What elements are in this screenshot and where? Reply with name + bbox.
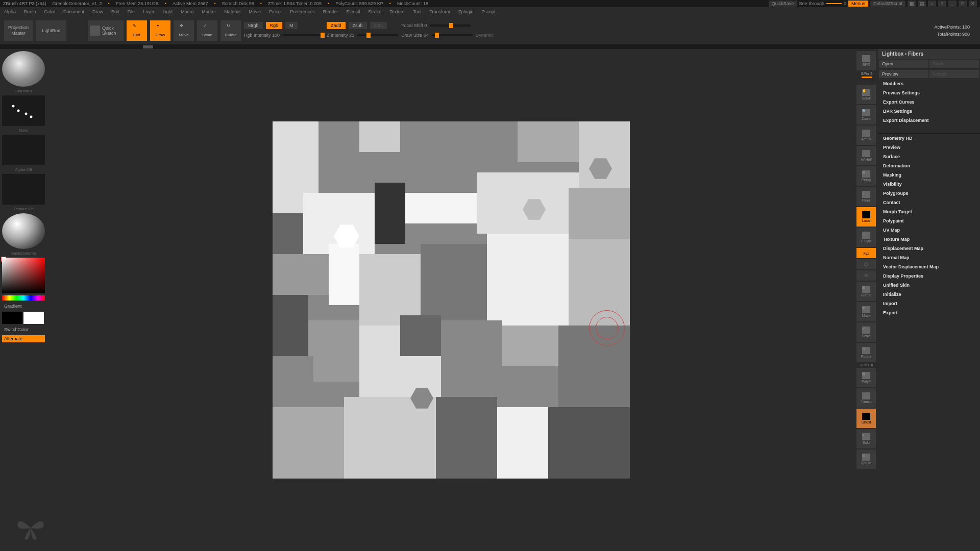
menu-alpha[interactable]: Alpha bbox=[2, 8, 18, 15]
projection-master-button[interactable]: Projection Master bbox=[4, 20, 33, 41]
menu-zplugin[interactable]: Zplugin bbox=[456, 8, 476, 15]
bpr-settings-section[interactable]: BPR Settings bbox=[878, 107, 980, 116]
menu-texture[interactable]: Texture bbox=[387, 8, 407, 15]
menus-button[interactable]: Menus bbox=[848, 1, 868, 7]
quicksketch-button[interactable]: Quick Sketch bbox=[88, 20, 124, 41]
canvas[interactable] bbox=[47, 49, 855, 551]
menu-layer[interactable]: Layer bbox=[141, 8, 157, 15]
spix-label[interactable]: SPix 3 bbox=[856, 71, 877, 79]
menu-picker[interactable]: Picker bbox=[267, 8, 284, 15]
alternate-button[interactable]: Alternate bbox=[2, 335, 45, 342]
xyz-button[interactable]: Xyz bbox=[856, 248, 876, 258]
scroll-button[interactable]: ✋Scroll bbox=[856, 85, 876, 104]
masking-section[interactable]: Masking bbox=[878, 170, 980, 180]
menu-preferences[interactable]: Preferences bbox=[288, 8, 317, 15]
zadd-button[interactable]: Zadd bbox=[327, 22, 346, 29]
lightbox-button[interactable]: LightBox bbox=[36, 20, 66, 41]
default-script[interactable]: DefaultZScript bbox=[870, 1, 905, 7]
preview-settings-section[interactable]: Preview Settings bbox=[878, 88, 980, 97]
displacement-map-section[interactable]: Displacement Map bbox=[878, 244, 980, 253]
solo-button[interactable]: ●Solo bbox=[856, 429, 876, 448]
zoom-button[interactable]: 🔍Zoom bbox=[856, 105, 876, 124]
floor-button[interactable]: ⊥Floor bbox=[856, 187, 876, 206]
menu-render[interactable]: Render bbox=[321, 8, 340, 15]
menu-file[interactable]: File bbox=[126, 8, 137, 15]
color-swatch-white[interactable] bbox=[23, 312, 44, 324]
shelf-scrollbar[interactable] bbox=[0, 45, 980, 49]
menu-stencil[interactable]: Stencil bbox=[344, 8, 362, 15]
menu-movie[interactable]: Movie bbox=[247, 8, 263, 15]
menu-macro[interactable]: Macro bbox=[179, 8, 195, 15]
deformation-section[interactable]: Deformation bbox=[878, 161, 980, 170]
rotate-mode-button[interactable]: ↻Rotate bbox=[220, 20, 241, 41]
minimize-icon[interactable]: _ bbox=[948, 1, 957, 7]
surface-section[interactable]: Surface bbox=[878, 152, 980, 161]
unified-skin-section[interactable]: Unified Skin bbox=[878, 281, 980, 290]
menu-color[interactable]: Color bbox=[42, 8, 58, 15]
preview-section[interactable]: Preview bbox=[878, 143, 980, 152]
transp-button[interactable]: Transp bbox=[856, 388, 876, 408]
preview-button[interactable]: Preview bbox=[879, 70, 928, 78]
layout-icon[interactable]: ▦ bbox=[908, 1, 916, 7]
gradient-button[interactable]: Gradient bbox=[2, 303, 45, 310]
focal-shift-slider[interactable] bbox=[430, 24, 471, 27]
texture-map-section[interactable]: Texture Map bbox=[878, 235, 980, 244]
help-icon[interactable]: ? bbox=[938, 1, 946, 7]
polygroups-section[interactable]: Polygroups bbox=[878, 189, 980, 198]
panel-header[interactable]: Lightbox › Fibers bbox=[878, 49, 980, 59]
ghost-button[interactable]: Ghost bbox=[856, 409, 876, 428]
zsub-button[interactable]: Zsub bbox=[349, 22, 367, 29]
modifiers-section[interactable]: Modifiers bbox=[878, 79, 980, 88]
zcut-button[interactable]: Zcut bbox=[370, 22, 387, 29]
export-section[interactable]: Export bbox=[878, 308, 980, 317]
alpha-selector[interactable] bbox=[2, 135, 45, 165]
visibility-section[interactable]: Visibility bbox=[878, 180, 980, 189]
menu-document[interactable]: Document bbox=[61, 8, 86, 15]
polypaint-section[interactable]: Polypaint bbox=[878, 216, 980, 226]
rgb-intensity-slider[interactable] bbox=[283, 34, 324, 36]
menu-material[interactable]: Material bbox=[222, 8, 242, 15]
menu-light[interactable]: Light bbox=[161, 8, 175, 15]
home-icon[interactable]: ⌂ bbox=[928, 1, 936, 7]
menu-draw[interactable]: Draw bbox=[90, 8, 105, 15]
rgb-button[interactable]: Rgb bbox=[266, 22, 283, 29]
material-selector[interactable] bbox=[2, 213, 45, 249]
lsym-button[interactable]: ↔L.Sym bbox=[856, 228, 876, 247]
open-button[interactable]: Open bbox=[879, 60, 928, 68]
canvas-move-button[interactable]: ✥Move bbox=[856, 302, 876, 321]
draw-size-slider[interactable] bbox=[432, 34, 473, 36]
normal-map-section[interactable]: Normal Map bbox=[878, 253, 980, 262]
menu-transform[interactable]: Transform bbox=[427, 8, 452, 15]
dynamic-label[interactable]: Dynamic bbox=[476, 33, 494, 38]
display-properties-section[interactable]: Display Properties bbox=[878, 271, 980, 281]
switchcolor-button[interactable]: SwitchColor bbox=[2, 326, 45, 333]
draw-mode-button[interactable]: ✦Draw bbox=[150, 20, 170, 41]
canvas-scale-button[interactable]: ⤢Scale bbox=[856, 322, 876, 342]
local-button[interactable]: ●Local bbox=[856, 207, 876, 227]
seethrough-slider[interactable] bbox=[826, 3, 842, 4]
export-curves-section[interactable]: Export Curves bbox=[878, 97, 980, 107]
menu-edit[interactable]: Edit bbox=[109, 8, 121, 15]
morph-target-section[interactable]: Morph Target bbox=[878, 207, 980, 216]
rotation-button[interactable]: ◯ bbox=[856, 259, 876, 269]
menu-zscript[interactable]: Zscript bbox=[480, 8, 498, 15]
brush-selector[interactable] bbox=[2, 51, 45, 87]
polyf-button[interactable]: ▦PolyF bbox=[856, 368, 876, 387]
z-intensity-slider[interactable] bbox=[357, 34, 398, 36]
menu-marker[interactable]: Marker bbox=[200, 8, 218, 15]
menu-stroke[interactable]: Stroke bbox=[366, 8, 383, 15]
save-button[interactable]: Save bbox=[929, 60, 979, 68]
menu-tool[interactable]: Tool bbox=[411, 8, 424, 15]
initialize-section[interactable]: Initialize bbox=[878, 290, 980, 299]
geometry-hd-section[interactable]: Geometry HD bbox=[878, 134, 980, 143]
scale-mode-button[interactable]: ⤢Scale bbox=[197, 20, 217, 41]
texture-selector[interactable] bbox=[2, 174, 45, 205]
bpr-button[interactable]: BPR bbox=[856, 51, 876, 70]
contact-section[interactable]: Contact bbox=[878, 198, 980, 207]
document-canvas[interactable] bbox=[273, 121, 630, 479]
persp-button[interactable]: ▦Persp bbox=[856, 166, 876, 186]
menu-brush[interactable]: Brush bbox=[22, 8, 38, 15]
hue-slider[interactable] bbox=[2, 295, 45, 300]
vector-disp-map-section[interactable]: Vector Displacement Map bbox=[878, 262, 980, 271]
xpose-button[interactable]: ⊞Xpose bbox=[856, 449, 876, 469]
